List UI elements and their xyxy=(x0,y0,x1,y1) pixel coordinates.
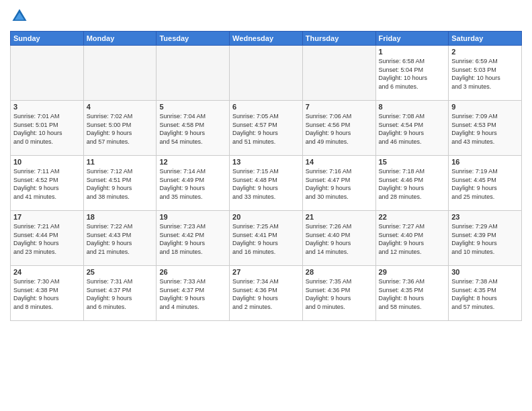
day-info: Sunrise: 7:21 AM Sunset: 4:44 PM Dayligh… xyxy=(13,222,81,256)
logo-icon xyxy=(10,7,29,26)
day-number: 26 xyxy=(159,268,226,276)
day-number: 6 xyxy=(232,103,300,111)
day-info: Sunrise: 7:27 AM Sunset: 4:40 PM Dayligh… xyxy=(379,222,446,256)
calendar-cell: 9Sunrise: 7:09 AM Sunset: 4:53 PM Daylig… xyxy=(449,101,522,156)
day-number: 9 xyxy=(451,103,519,111)
day-number: 1 xyxy=(379,48,446,56)
day-number: 14 xyxy=(306,158,373,166)
day-info: Sunrise: 7:18 AM Sunset: 4:46 PM Dayligh… xyxy=(379,167,446,201)
day-info: Sunrise: 7:05 AM Sunset: 4:57 PM Dayligh… xyxy=(232,112,300,146)
day-number: 20 xyxy=(232,213,300,221)
calendar-cell: 15Sunrise: 7:18 AM Sunset: 4:46 PM Dayli… xyxy=(375,156,449,211)
calendar-cell: 2Sunrise: 6:59 AM Sunset: 5:03 PM Daylig… xyxy=(449,46,522,101)
calendar-cell: 14Sunrise: 7:16 AM Sunset: 4:47 PM Dayli… xyxy=(302,156,375,211)
day-info: Sunrise: 7:34 AM Sunset: 4:36 PM Dayligh… xyxy=(232,277,300,311)
calendar-cell: 1Sunrise: 6:58 AM Sunset: 5:04 PM Daylig… xyxy=(375,46,449,101)
weekday-header-row: SundayMondayTuesdayWednesdayThursdayFrid… xyxy=(11,32,522,46)
calendar-cell: 19Sunrise: 7:23 AM Sunset: 4:42 PM Dayli… xyxy=(157,211,230,266)
calendar-cell: 26Sunrise: 7:33 AM Sunset: 4:37 PM Dayli… xyxy=(157,266,230,321)
calendar-cell: 7Sunrise: 7:06 AM Sunset: 4:56 PM Daylig… xyxy=(302,101,375,156)
day-info: Sunrise: 6:59 AM Sunset: 5:03 PM Dayligh… xyxy=(451,57,519,91)
calendar-cell xyxy=(11,46,84,101)
calendar-table: SundayMondayTuesdayWednesdayThursdayFrid… xyxy=(10,31,522,321)
weekday-header-wednesday: Wednesday xyxy=(230,32,303,46)
calendar-week-3: 10Sunrise: 7:11 AM Sunset: 4:52 PM Dayli… xyxy=(11,156,522,211)
calendar-cell: 27Sunrise: 7:34 AM Sunset: 4:36 PM Dayli… xyxy=(230,266,303,321)
calendar-cell xyxy=(83,46,157,101)
day-info: Sunrise: 7:02 AM Sunset: 5:00 PM Dayligh… xyxy=(87,112,154,146)
weekday-header-tuesday: Tuesday xyxy=(157,32,230,46)
day-info: Sunrise: 7:26 AM Sunset: 4:40 PM Dayligh… xyxy=(306,222,373,256)
day-number: 3 xyxy=(13,103,81,111)
day-number: 7 xyxy=(306,103,373,111)
calendar-cell: 22Sunrise: 7:27 AM Sunset: 4:40 PM Dayli… xyxy=(375,211,449,266)
day-number: 11 xyxy=(87,158,154,166)
day-number: 18 xyxy=(87,213,154,221)
calendar-cell: 10Sunrise: 7:11 AM Sunset: 4:52 PM Dayli… xyxy=(11,156,84,211)
calendar-cell: 25Sunrise: 7:31 AM Sunset: 4:37 PM Dayli… xyxy=(83,266,157,321)
day-info: Sunrise: 7:16 AM Sunset: 4:47 PM Dayligh… xyxy=(306,167,373,201)
day-number: 15 xyxy=(379,158,446,166)
calendar-cell: 13Sunrise: 7:15 AM Sunset: 4:48 PM Dayli… xyxy=(230,156,303,211)
day-info: Sunrise: 7:09 AM Sunset: 4:53 PM Dayligh… xyxy=(451,112,519,146)
weekday-header-monday: Monday xyxy=(83,32,157,46)
day-number: 21 xyxy=(306,213,373,221)
day-number: 5 xyxy=(159,103,226,111)
day-number: 17 xyxy=(13,213,81,221)
calendar-week-4: 17Sunrise: 7:21 AM Sunset: 4:44 PM Dayli… xyxy=(11,211,522,266)
day-info: Sunrise: 7:36 AM Sunset: 4:35 PM Dayligh… xyxy=(379,277,446,311)
day-number: 19 xyxy=(159,213,226,221)
calendar-cell: 21Sunrise: 7:26 AM Sunset: 4:40 PM Dayli… xyxy=(302,211,375,266)
day-number: 23 xyxy=(451,213,519,221)
day-number: 2 xyxy=(451,48,519,56)
weekday-header-friday: Friday xyxy=(375,32,449,46)
day-info: Sunrise: 7:30 AM Sunset: 4:38 PM Dayligh… xyxy=(13,277,81,311)
day-number: 8 xyxy=(379,103,446,111)
calendar-cell: 4Sunrise: 7:02 AM Sunset: 5:00 PM Daylig… xyxy=(83,101,157,156)
day-info: Sunrise: 7:31 AM Sunset: 4:37 PM Dayligh… xyxy=(87,277,154,311)
calendar-cell: 28Sunrise: 7:35 AM Sunset: 4:36 PM Dayli… xyxy=(302,266,375,321)
calendar-cell xyxy=(157,46,230,101)
day-info: Sunrise: 7:38 AM Sunset: 4:35 PM Dayligh… xyxy=(451,277,519,311)
calendar-cell: 16Sunrise: 7:19 AM Sunset: 4:45 PM Dayli… xyxy=(449,156,522,211)
calendar-cell: 30Sunrise: 7:38 AM Sunset: 4:35 PM Dayli… xyxy=(449,266,522,321)
day-info: Sunrise: 7:04 AM Sunset: 4:58 PM Dayligh… xyxy=(159,112,226,146)
logo xyxy=(10,7,32,26)
calendar-cell: 18Sunrise: 7:22 AM Sunset: 4:43 PM Dayli… xyxy=(83,211,157,266)
day-info: Sunrise: 7:08 AM Sunset: 4:54 PM Dayligh… xyxy=(379,112,446,146)
day-number: 10 xyxy=(13,158,81,166)
calendar-cell: 5Sunrise: 7:04 AM Sunset: 4:58 PM Daylig… xyxy=(157,101,230,156)
day-info: Sunrise: 7:25 AM Sunset: 4:41 PM Dayligh… xyxy=(232,222,300,256)
calendar-cell: 29Sunrise: 7:36 AM Sunset: 4:35 PM Dayli… xyxy=(375,266,449,321)
day-number: 4 xyxy=(87,103,154,111)
calendar-cell: 24Sunrise: 7:30 AM Sunset: 4:38 PM Dayli… xyxy=(11,266,84,321)
calendar-cell: 11Sunrise: 7:12 AM Sunset: 4:51 PM Dayli… xyxy=(83,156,157,211)
day-info: Sunrise: 7:33 AM Sunset: 4:37 PM Dayligh… xyxy=(159,277,226,311)
calendar-cell: 17Sunrise: 7:21 AM Sunset: 4:44 PM Dayli… xyxy=(11,211,84,266)
day-info: Sunrise: 7:14 AM Sunset: 4:49 PM Dayligh… xyxy=(159,167,226,201)
calendar-cell: 6Sunrise: 7:05 AM Sunset: 4:57 PM Daylig… xyxy=(230,101,303,156)
day-number: 27 xyxy=(232,268,300,276)
day-info: Sunrise: 7:01 AM Sunset: 5:01 PM Dayligh… xyxy=(13,112,81,146)
day-info: Sunrise: 6:58 AM Sunset: 5:04 PM Dayligh… xyxy=(379,57,446,91)
day-number: 16 xyxy=(451,158,519,166)
calendar-cell: 3Sunrise: 7:01 AM Sunset: 5:01 PM Daylig… xyxy=(11,101,84,156)
day-info: Sunrise: 7:22 AM Sunset: 4:43 PM Dayligh… xyxy=(87,222,154,256)
day-number: 29 xyxy=(379,268,446,276)
day-number: 30 xyxy=(451,268,519,276)
calendar-cell: 20Sunrise: 7:25 AM Sunset: 4:41 PM Dayli… xyxy=(230,211,303,266)
day-info: Sunrise: 7:19 AM Sunset: 4:45 PM Dayligh… xyxy=(451,167,519,201)
day-info: Sunrise: 7:29 AM Sunset: 4:39 PM Dayligh… xyxy=(451,222,519,256)
calendar-cell xyxy=(302,46,375,101)
day-number: 28 xyxy=(306,268,373,276)
day-number: 25 xyxy=(87,268,154,276)
day-info: Sunrise: 7:11 AM Sunset: 4:52 PM Dayligh… xyxy=(13,167,81,201)
calendar-week-5: 24Sunrise: 7:30 AM Sunset: 4:38 PM Dayli… xyxy=(11,266,522,321)
weekday-header-saturday: Saturday xyxy=(449,32,522,46)
calendar-week-1: 1Sunrise: 6:58 AM Sunset: 5:04 PM Daylig… xyxy=(11,46,522,101)
calendar-cell: 12Sunrise: 7:14 AM Sunset: 4:49 PM Dayli… xyxy=(157,156,230,211)
day-number: 24 xyxy=(13,268,81,276)
page-container: SundayMondayTuesdayWednesdayThursdayFrid… xyxy=(0,0,532,411)
calendar-cell: 8Sunrise: 7:08 AM Sunset: 4:54 PM Daylig… xyxy=(375,101,449,156)
page-header xyxy=(10,7,522,26)
